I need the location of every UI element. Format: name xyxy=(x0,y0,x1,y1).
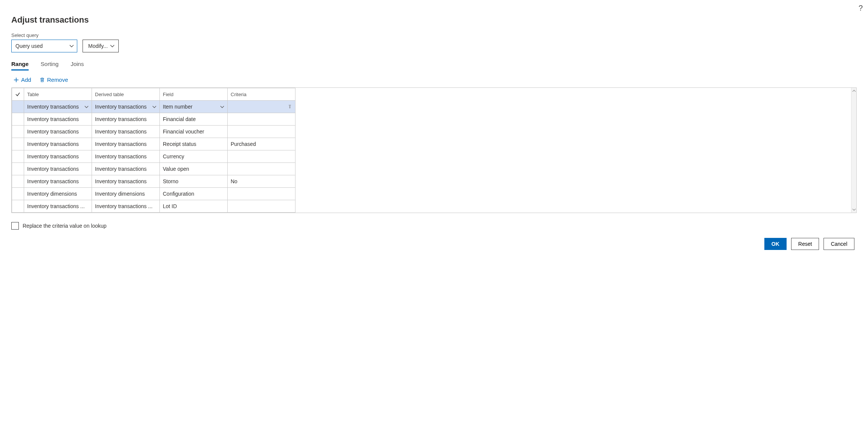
select-all-header[interactable] xyxy=(12,88,24,101)
cell-derived[interactable]: Inventory transactions xyxy=(92,138,160,150)
select-query-label: Select query xyxy=(11,32,857,38)
ok-button[interactable]: OK xyxy=(764,238,787,250)
modify-label: Modify... xyxy=(88,43,108,49)
cell-criteria[interactable] xyxy=(228,101,295,113)
cell-derived[interactable]: Inventory transactions xyxy=(92,101,160,113)
col-field[interactable]: Field xyxy=(160,88,228,101)
cell-table[interactable]: Inventory transactions xyxy=(24,150,92,163)
row-selector[interactable] xyxy=(12,138,24,150)
cell-criteria[interactable] xyxy=(228,126,295,138)
table-row[interactable]: Inventory transactionsInventory transact… xyxy=(12,163,295,175)
add-label: Add xyxy=(21,77,31,83)
row-selector[interactable] xyxy=(12,175,24,188)
tab-range[interactable]: Range xyxy=(11,61,29,70)
cell-criteria[interactable] xyxy=(228,113,295,126)
row-selector[interactable] xyxy=(12,126,24,138)
col-criteria[interactable]: Criteria xyxy=(228,88,295,101)
cell-field[interactable]: Storno xyxy=(160,175,228,188)
row-selector[interactable] xyxy=(12,188,24,200)
cell-field[interactable]: Lot ID xyxy=(160,200,228,213)
cell-derived[interactable]: Inventory transactions xyxy=(92,175,160,188)
cell-table[interactable]: Inventory transactions xyxy=(24,126,92,138)
cell-criteria[interactable] xyxy=(228,150,295,163)
table-row[interactable]: Inventory transactionsInventory transact… xyxy=(12,175,295,188)
row-selector[interactable] xyxy=(12,150,24,163)
page-title: Adjust transactions xyxy=(11,15,857,25)
cell-field[interactable]: Receipt status xyxy=(160,138,228,150)
cell-criteria[interactable]: No xyxy=(228,175,295,188)
help-icon[interactable]: ? xyxy=(859,4,863,12)
cell-table[interactable]: Inventory transactions xyxy=(24,101,92,113)
cell-derived[interactable]: Inventory transactions xyxy=(92,163,160,175)
select-query-value: Query used xyxy=(15,43,43,49)
table-row[interactable]: Inventory transactionsInventory transact… xyxy=(12,138,295,150)
table-row[interactable]: Inventory transactions ...Inventory tran… xyxy=(12,200,295,213)
chevron-down-icon xyxy=(152,105,156,109)
cell-derived[interactable]: Inventory transactions xyxy=(92,126,160,138)
row-selector[interactable] xyxy=(12,113,24,126)
scroll-up-icon xyxy=(852,89,856,93)
cell-table[interactable]: Inventory transactions xyxy=(24,163,92,175)
modify-button[interactable]: Modify... xyxy=(83,40,119,52)
col-table[interactable]: Table xyxy=(24,88,92,101)
table-row[interactable]: Inventory transactionsInventory transact… xyxy=(12,126,295,138)
tab-joins[interactable]: Joins xyxy=(70,61,84,70)
cell-derived[interactable]: Inventory transactions xyxy=(92,150,160,163)
cell-table[interactable]: Inventory transactions xyxy=(24,138,92,150)
row-selector[interactable] xyxy=(12,101,24,113)
table-row[interactable]: Inventory transactionsInventory transact… xyxy=(12,101,295,113)
cell-criteria[interactable]: Purchased xyxy=(228,138,295,150)
cell-table[interactable]: Inventory transactions ... xyxy=(24,200,92,213)
cell-field[interactable]: Configuration xyxy=(160,188,228,200)
plus-icon xyxy=(14,77,19,83)
table-row[interactable]: Inventory dimensionsInventory dimensions… xyxy=(12,188,295,200)
cell-table[interactable]: Inventory transactions xyxy=(24,175,92,188)
chevron-down-icon xyxy=(110,44,115,48)
cell-derived[interactable]: Inventory dimensions xyxy=(92,188,160,200)
tab-sorting[interactable]: Sorting xyxy=(41,61,59,70)
cell-field[interactable]: Value open xyxy=(160,163,228,175)
chevron-down-icon xyxy=(84,105,89,109)
cell-table[interactable]: Inventory transactions xyxy=(24,113,92,126)
select-query-dropdown[interactable]: Query used xyxy=(11,40,77,52)
col-derived[interactable]: Derived table xyxy=(92,88,160,101)
row-selector[interactable] xyxy=(12,200,24,213)
table-row[interactable]: Inventory transactionsInventory transact… xyxy=(12,113,295,126)
reset-button[interactable]: Reset xyxy=(791,238,819,250)
remove-label: Remove xyxy=(47,77,68,83)
cell-field[interactable]: Financial date xyxy=(160,113,228,126)
cell-field[interactable]: Item number xyxy=(160,101,228,113)
cell-field[interactable]: Currency xyxy=(160,150,228,163)
criteria-lookup-icon[interactable] xyxy=(288,104,292,109)
trash-icon xyxy=(40,77,45,83)
cell-derived[interactable]: Inventory transactions xyxy=(92,113,160,126)
chevron-down-icon xyxy=(69,44,74,48)
table-row[interactable]: Inventory transactionsInventory transact… xyxy=(12,150,295,163)
cell-criteria[interactable] xyxy=(228,200,295,213)
range-grid: Table Derived table Field Criteria Inven… xyxy=(11,87,857,213)
cell-table[interactable]: Inventory dimensions xyxy=(24,188,92,200)
cell-field[interactable]: Financial voucher xyxy=(160,126,228,138)
tabs: Range Sorting Joins xyxy=(11,61,857,70)
chevron-down-icon xyxy=(220,105,224,109)
replace-criteria-label: Replace the criteria value on lookup xyxy=(23,223,107,229)
row-selector[interactable] xyxy=(12,163,24,175)
cell-criteria[interactable] xyxy=(228,163,295,175)
replace-criteria-checkbox[interactable] xyxy=(11,222,19,230)
vertical-scrollbar[interactable] xyxy=(851,88,856,213)
cell-criteria[interactable] xyxy=(228,188,295,200)
scroll-down-icon xyxy=(852,208,856,212)
cancel-button[interactable]: Cancel xyxy=(824,238,854,250)
add-button[interactable]: Add xyxy=(13,76,32,84)
remove-button[interactable]: Remove xyxy=(39,76,69,84)
cell-derived[interactable]: Inventory transactions ... xyxy=(92,200,160,213)
